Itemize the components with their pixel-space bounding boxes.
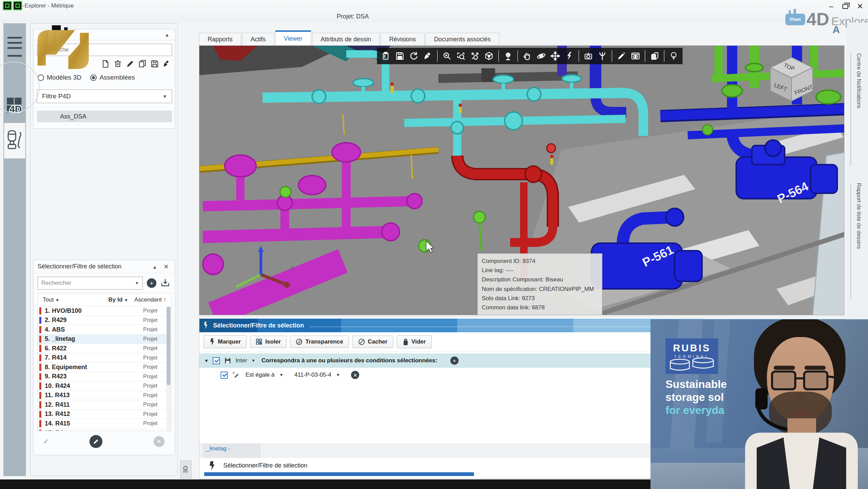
search-input[interactable]	[37, 44, 172, 56]
add-circle-icon[interactable]: +	[147, 278, 156, 288]
radio-models-3d[interactable]: Modèles 3D	[38, 74, 81, 81]
check-icon[interactable]: ✓	[43, 437, 49, 446]
shaded-view-icon[interactable]	[503, 51, 513, 61]
group-description: Correspondra à une ou plusieurs des cond…	[262, 357, 437, 364]
selection-footer: ✓ ✕	[38, 433, 171, 450]
tab[interactable]: Rapports	[199, 33, 241, 46]
walk-icon[interactable]	[564, 51, 574, 61]
3d-viewport[interactable]: P-564 P-561 TOP LEFT FRONT x	[199, 45, 844, 315]
zoom-in-icon[interactable]	[442, 51, 452, 61]
filter-p4d-dropdown[interactable]: Filtre P4D ▼	[37, 89, 172, 103]
group-checkbox[interactable]	[213, 357, 220, 364]
clear-button[interactable]: Vider	[397, 335, 432, 348]
condition-operator-dropdown[interactable]: Est égale à	[246, 372, 275, 378]
edit-icon[interactable]	[126, 59, 135, 68]
pan-icon[interactable]	[522, 51, 532, 61]
linetag-sheet-tab[interactable]: _linetag -	[203, 444, 260, 458]
expand-icon[interactable]: ▼	[204, 358, 209, 363]
copy-icon[interactable]	[138, 59, 147, 68]
tab[interactable]: Révisions	[381, 33, 424, 46]
inspect-icon[interactable]	[584, 51, 593, 61]
orbit-icon[interactable]	[536, 51, 546, 61]
list-item[interactable]: 8. Equipement Projet	[38, 363, 171, 372]
tagline: for everyda	[666, 404, 725, 417]
sort-direction-button[interactable]: Ascendant ↑	[134, 296, 166, 303]
transparency-button[interactable]: Transparence	[290, 336, 349, 348]
list-item[interactable]: 11. R413 Projet	[38, 391, 171, 401]
tab[interactable]: Attributs de dessin	[312, 33, 380, 46]
clear-filter-button[interactable]: ✕	[154, 436, 165, 447]
list-item[interactable]: 5. _linetag Projet	[38, 335, 171, 344]
list-item[interactable]: 9. R423 Projet	[38, 372, 171, 382]
import-icon[interactable]	[160, 278, 170, 289]
group-operator-dropdown[interactable]: Inter	[236, 357, 247, 364]
paste-icon[interactable]	[381, 51, 391, 61]
zoom-fit-icon[interactable]	[470, 51, 480, 61]
list-item[interactable]: 7. R414 Projet	[38, 353, 171, 363]
tab-notification-center[interactable]: Centre de Notifications	[856, 53, 862, 109]
3d-side-tab[interactable]: 3D	[180, 460, 192, 479]
scrollbar-thumb[interactable]	[167, 307, 170, 385]
chevron-down-icon: ▼	[251, 358, 255, 363]
list-item[interactable]: 6. R422 Projet	[38, 344, 171, 353]
close-button[interactable]: ✕	[857, 2, 863, 11]
assembly-item[interactable]: Ass_DSA	[37, 111, 172, 122]
tab[interactable]: Viewer	[275, 30, 311, 46]
selection-search-combo[interactable]: Rechercher ▼	[38, 277, 143, 290]
clip-box-icon[interactable]	[650, 51, 659, 61]
view-cube-icon[interactable]	[484, 51, 494, 61]
light-icon[interactable]	[669, 51, 678, 61]
tab[interactable]: Documents associés	[425, 33, 499, 46]
zoom-window-icon[interactable]	[456, 51, 466, 61]
sidebar: ▲ Modèles 3D Assemblées	[30, 23, 178, 476]
minimize-button[interactable]: –	[829, 2, 833, 11]
selection-rows: 1. HVO/B100 Projet 2. R429 Projet	[38, 306, 171, 431]
refresh-icon[interactable]	[409, 51, 419, 61]
mark-button[interactable]: Marquer	[204, 335, 247, 348]
selection-panel-header: Sélectionner/Filtre de sélection ▲ ✕	[33, 260, 175, 273]
list-item[interactable]: 4. ABS Projet	[38, 325, 171, 335]
close-icon[interactable]: ✕	[164, 263, 169, 270]
list-item[interactable]: 1. HVO/B100 Projet	[38, 306, 171, 316]
isolate-button[interactable]: Isoler	[250, 336, 286, 348]
list-item[interactable]: 12. R411 Projet	[38, 400, 171, 410]
title-bar: -Explorer - Métrique Projet: DSA – ✕ Pla…	[0, 0, 868, 23]
tab[interactable]: Actifs	[242, 33, 274, 46]
status-bar	[39, 336, 41, 343]
radio-assemblies[interactable]: Assemblées	[90, 74, 135, 81]
list-item[interactable]: 2. R429 Projet	[38, 316, 171, 325]
selection-filter-panel: Sélectionner/Filtre de sélection ▲ ✕ Rec…	[33, 260, 175, 455]
collapse-icon[interactable]: ▲	[152, 264, 157, 270]
delete-icon[interactable]	[113, 59, 122, 68]
font-button[interactable]: A	[832, 24, 840, 36]
measure-icon[interactable]	[617, 51, 626, 61]
sort-by-dropdown[interactable]: By Id ▼	[108, 296, 128, 303]
scope-dropdown[interactable]: Tout ▼	[43, 296, 59, 303]
remove-condition-button[interactable]: ✕	[351, 371, 359, 379]
new-document-icon[interactable]	[101, 59, 110, 68]
pump-equipment-icon[interactable]	[4, 123, 25, 158]
collapse-icon[interactable]: ▲	[165, 32, 169, 38]
list-item[interactable]: 14. R415 Projet	[38, 419, 171, 429]
storage-tanks-icon	[669, 358, 715, 372]
list-item[interactable]: 13. R412 Projet	[38, 410, 171, 419]
list-item[interactable]: 15. R4 Projet	[38, 429, 171, 431]
edit-filter-button[interactable]	[89, 435, 102, 448]
move-icon[interactable]	[550, 51, 560, 61]
add-condition-button[interactable]: +	[450, 357, 459, 365]
view-settings-icon[interactable]	[631, 51, 640, 61]
condition-checkbox[interactable]	[221, 372, 228, 379]
grab-icon[interactable]	[598, 51, 607, 61]
condition-value-dropdown[interactable]: 411-P-03-05-4	[294, 372, 331, 378]
broom-icon[interactable]	[423, 51, 433, 61]
scrollbar[interactable]	[166, 307, 171, 431]
save-icon[interactable]	[395, 51, 405, 61]
tab-drawing-list-report[interactable]: Rapport de liste de dessins	[856, 183, 862, 249]
clean-icon[interactable]	[163, 59, 171, 68]
maximize-button[interactable]	[842, 4, 848, 9]
list-item[interactable]: 10. R424 Projet	[38, 381, 171, 391]
save-icon[interactable]	[150, 59, 159, 68]
menu-icon[interactable]	[8, 37, 22, 60]
4d-grid-icon[interactable]: 4D	[7, 98, 23, 113]
hide-button[interactable]: Cacher	[352, 336, 393, 348]
